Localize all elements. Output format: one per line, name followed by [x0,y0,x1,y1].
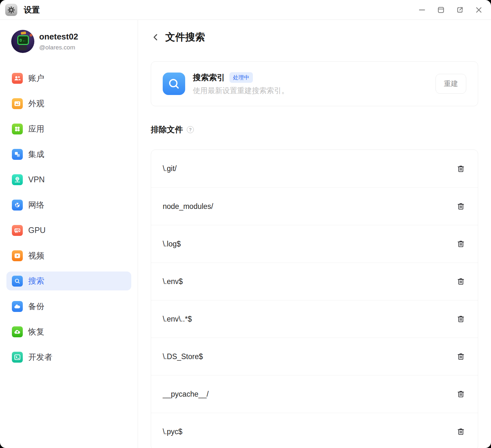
delete-button[interactable] [455,238,466,249]
chevron-left-icon [151,32,160,42]
exclude-list-item: \.env\..*$ [151,300,478,338]
sidebar-item-apps[interactable]: 应用 [6,119,131,138]
rebuild-button[interactable]: 重建 [435,74,466,94]
trash-icon [456,390,465,399]
users-icon [12,73,23,84]
sidebar-item-label: VPN [28,175,45,184]
profile[interactable]: 0← onetest02 @olares.com [0,30,138,53]
delete-button[interactable] [455,389,466,400]
delete-button[interactable] [455,163,466,174]
settings-window: 设置 0← [0,0,491,448]
external-link-icon [456,6,464,14]
sidebar-item-label: GPU [28,226,46,235]
page-title: 文件搜索 [165,30,205,44]
exclude-list-item: __pycache__/ [151,375,478,413]
sidebar-item-label: 开发者 [28,352,52,362]
sidebar-item-restore[interactable]: 恢复 [6,322,131,341]
delete-button[interactable] [455,201,466,212]
sidebar-item-integration[interactable]: 集成 [6,145,131,164]
maximize-button[interactable] [436,5,445,14]
apps-icon [12,124,23,134]
maximize-icon [437,6,445,14]
exclude-pattern: __pycache__/ [163,390,209,399]
exclude-list: \.git/ node_modules/ \.log$ \.env$ \.env… [151,150,478,448]
settings-app-icon [5,4,17,16]
app-title: 设置 [24,4,40,15]
sidebar-item-network[interactable]: 网络 [6,195,131,214]
sidebar-item-account[interactable]: 账户 [6,69,131,88]
sidebar-item-label: 账户 [28,73,44,83]
terminal-icon [12,352,23,363]
network-globe-icon [12,200,23,211]
exclude-list-item: \.DS_Store$ [151,338,478,375]
exclude-list-item: \.env$ [151,263,478,300]
sidebar-item-gpu[interactable]: GPU [6,221,131,240]
open-in-new-window-button[interactable] [455,5,464,14]
search-icon [12,276,23,287]
trash-icon [456,427,465,436]
sidebar: 0← onetest02 @olares.com 账户 [0,20,138,448]
exclude-list-item: \.pyc$ [151,413,478,448]
exclude-pattern: \.env$ [163,277,183,286]
close-button[interactable] [474,5,483,14]
profile-handle: @olares.com [39,44,78,51]
minimize-button[interactable] [418,5,426,14]
sidebar-item-label: 集成 [28,149,44,159]
blocks-icon [12,149,23,160]
main-content: 文件搜索 搜索索引 处理中 使用最新设置重建搜索索引。 重建 排除文件 ? [138,20,491,448]
search-index-card: 搜索索引 处理中 使用最新设置重建搜索索引。 重建 [151,61,478,106]
trash-icon [456,277,465,286]
status-badge: 处理中 [229,72,253,83]
sidebar-nav: 账户 外观 应用 集成 [0,69,138,366]
gear-icon [7,6,15,14]
page-header: 文件搜索 [151,30,478,44]
sidebar-item-label: 恢复 [28,326,44,337]
trash-icon [456,202,465,211]
sidebar-item-label: 备份 [28,301,44,312]
trash-icon [456,352,465,361]
back-button[interactable] [151,32,160,43]
trash-icon [456,314,465,323]
globe-stand-icon [12,174,23,185]
exclude-pattern: \.log$ [163,240,181,248]
delete-button[interactable] [455,314,466,324]
exclude-section-title: 排除文件 [151,124,183,135]
index-card-description: 使用最新设置重建搜索索引。 [193,86,435,96]
sidebar-item-video[interactable]: 视频 [6,246,131,265]
sidebar-item-appearance[interactable]: 外观 [6,94,131,113]
delete-button[interactable] [455,426,466,437]
close-icon [475,6,483,14]
avatar: 0← [11,30,34,53]
titlebar: 设置 [0,0,491,20]
delete-button[interactable] [455,276,466,287]
profile-username: onetest02 [39,32,78,42]
sidebar-item-developer[interactable]: 开发者 [6,348,131,366]
search-index-icon [163,73,185,95]
minimize-icon [418,6,426,14]
sidebar-item-backup[interactable]: 备份 [6,297,131,316]
trash-icon [456,164,465,173]
index-card-title: 搜索索引 [193,72,225,83]
exclude-pattern: \.pyc$ [163,427,182,436]
sidebar-item-label: 外观 [28,98,44,109]
exclude-pattern: \.env\..*$ [163,315,192,323]
sidebar-item-label: 搜索 [28,276,44,286]
gpu-card-icon [12,225,23,236]
sidebar-item-label: 网络 [28,200,44,210]
image-icon [12,98,23,109]
sidebar-item-search[interactable]: 搜索 [6,271,131,290]
delete-button[interactable] [455,351,466,362]
sidebar-item-vpn[interactable]: VPN [6,170,131,189]
video-play-icon [12,250,23,261]
exclude-list-item: node_modules/ [151,187,478,225]
exclude-pattern: node_modules/ [163,202,213,211]
trash-icon [456,239,465,248]
exclude-pattern: \.git/ [163,164,177,173]
help-icon[interactable]: ? [187,126,194,133]
sidebar-item-label: 应用 [28,124,44,134]
exclude-pattern: \.DS_Store$ [163,352,203,361]
cloud-restore-icon [12,326,23,337]
cloud-icon [12,301,23,312]
exclude-list-item: \.git/ [151,150,478,187]
sidebar-item-label: 视频 [28,250,44,261]
